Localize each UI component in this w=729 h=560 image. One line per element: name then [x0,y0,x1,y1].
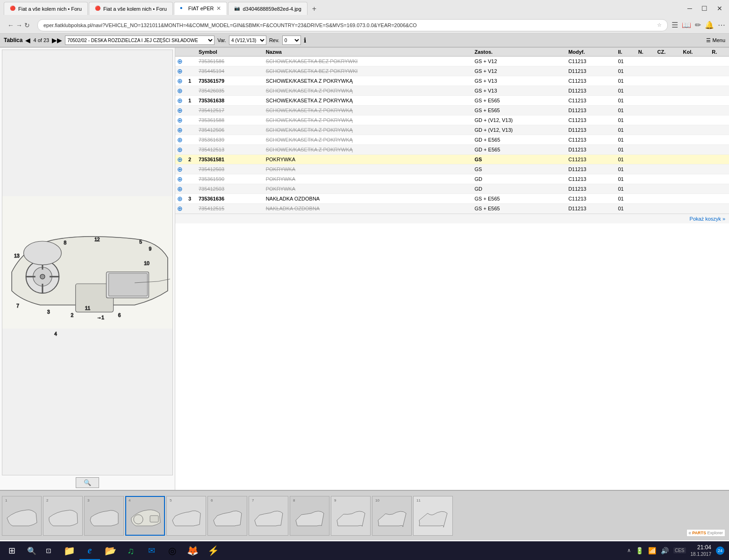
search-button-taskbar[interactable]: 🔍 [23,541,40,560]
bell-icon[interactable]: 🔔 [705,21,714,29]
part-num [186,66,196,76]
cart-link[interactable]: Pokaż koszyk » [690,216,725,222]
thumbnail[interactable]: 3 [84,496,124,536]
thumbnail[interactable]: 4 [125,496,165,536]
add-btn[interactable]: ⊕ [175,155,186,165]
table-row[interactable]: ⊕ 735412515 NAKŁADKA OZDOBNA GS + E565 D… [175,204,729,214]
svg-text:13: 13 [14,253,20,258]
nav-prev[interactable]: ◀ [25,36,30,44]
note-icon[interactable]: ✏ [695,21,701,29]
diagram-dropdown[interactable]: 70502/02 - DESKA ROZDZIELCZA I JEJ CZĘŚC… [65,36,214,45]
refresh-button[interactable]: ↻ [24,22,30,29]
back-button[interactable]: ← [7,22,14,29]
close-button[interactable]: ✕ [714,4,725,13]
part-modyf: C11213 [565,57,616,66]
add-btn[interactable]: ⊕ [175,204,186,214]
table-row[interactable]: ⊕ 735361639 SCHOWEK/KASETKA Z POKRYWKĄ G… [175,135,729,145]
notification-count[interactable]: 24 [716,546,724,555]
table-row[interactable]: ⊕ 1 735361579 SCHOWEK/KASETKA Z POKRYWKĄ… [175,76,729,86]
add-btn[interactable]: ⊕ [175,184,186,194]
part-modyf: D11213 [565,184,616,194]
taskbar-app-chrome[interactable]: ◎ [162,541,182,560]
col-num [186,48,196,57]
add-btn[interactable]: ⊕ [175,96,186,106]
battery-icon: 🔋 [636,547,643,554]
add-btn[interactable]: ⊕ [175,194,186,204]
search-button[interactable]: 🔍 [76,477,99,488]
table-row[interactable]: ⊕ 3 735361636 NAKŁADKA OZDOBNA GS + E565… [175,194,729,204]
col-cz: CZ. [655,48,681,57]
table-row[interactable]: ⊕ 735361588 SCHOWEK/KASETKA Z POKRYWKĄ G… [175,115,729,125]
info-icon[interactable]: ℹ [304,36,306,44]
table-row[interactable]: ⊕ 2 735361581 POKRYWKA GS C11213 01 [175,155,729,165]
address-bar[interactable]: eper.fiatklubpolska.pl/navi?VEHICLE_NO=1… [37,19,668,31]
add-btn[interactable]: ⊕ [175,106,186,115]
table-row[interactable]: ⊕ 735445194 SCHOWEK/KASETKA BEZ POKRYWKI… [175,66,729,76]
thumbnail[interactable]: 6 [207,496,247,536]
taskbar-app-spotify[interactable]: ♫ [121,541,141,560]
add-btn[interactable]: ⊕ [175,125,186,135]
table-row[interactable]: ⊕ 735412503 POKRYWKA GD D11213 01 [175,184,729,194]
table-row[interactable]: ⊕ 735412513 SCHOWEK/KASETKA Z POKRYWKĄ G… [175,145,729,155]
system-tray-up[interactable]: ∧ [627,547,631,553]
add-btn[interactable]: ⊕ [175,115,186,125]
parts-table-area[interactable]: Symbol Nazwa Zastos. Modyf. Il. N. CZ. K… [175,48,729,490]
taskbar-app-outlook[interactable]: ✉ [141,541,162,560]
rev-dropdown[interactable]: 0 [282,36,301,45]
thumbnail[interactable]: 2 [43,496,83,536]
table-row[interactable]: ⊕ 735361586 SCHOWEK/KASETKA BEZ POKRYWKI… [175,57,729,66]
add-btn[interactable]: ⊕ [175,57,186,66]
add-btn[interactable]: ⊕ [175,135,186,145]
part-symbol: 735361588 [196,115,263,125]
favorite-icon[interactable]: ☆ [657,22,662,28]
task-view-button[interactable]: ⊡ [40,541,57,560]
browser-tab-1[interactable]: 🔴 Fiat a vše kolem nich • Foru [4,2,88,15]
minimize-button[interactable]: ─ [685,4,695,13]
add-btn[interactable]: ⊕ [175,145,186,155]
table-row[interactable]: ⊕ 735412503 POKRYWKA GS D11213 01 [175,165,729,174]
hub-icon[interactable]: ☰ [672,21,678,29]
thumbnail[interactable]: 5 [166,496,206,536]
more-icon[interactable]: ⋯ [718,21,725,29]
browser-tab-4[interactable]: 📷 d3404688859e82ed-4.jpg [228,2,307,15]
browser-tab-2[interactable]: 🔴 Fiat a vše kolem nich • Foru [89,2,173,15]
nav-next[interactable]: ▶▶ [52,36,62,44]
table-row[interactable]: ⊕ 735361590 POKRYWKA GD C11213 01 [175,174,729,184]
table-row[interactable]: ⊕ 1 735361638 SCHOWEK/KASETKA Z POKRYWKĄ… [175,96,729,106]
new-tab-button[interactable]: + [308,3,320,15]
add-btn[interactable]: ⊕ [175,76,186,86]
add-btn[interactable]: ⊕ [175,165,186,174]
table-row[interactable]: ⊕ 735426035 SCHOWEK/KASETKA Z POKRYWKĄ G… [175,86,729,96]
part-symbol: 735361581 [196,155,263,165]
svg-text:3: 3 [87,498,90,503]
taskbar-app-edge[interactable]: e [79,541,100,560]
part-kol [681,165,710,174]
thumbnail[interactable]: 10 [372,496,412,536]
part-nazwa: NAKŁADKA OZDOBNA [263,194,472,204]
add-btn[interactable]: ⊕ [175,86,186,96]
add-btn[interactable]: ⊕ [175,174,186,184]
taskbar-app-misc[interactable]: ⚡ [203,541,223,560]
thumbnail[interactable]: 7 [249,496,288,536]
add-btn[interactable]: ⊕ [175,66,186,76]
taskbar-app-firefox[interactable]: 🦊 [182,541,203,560]
part-num: 2 [186,155,196,165]
thumbnail[interactable]: 9 [331,496,371,536]
read-icon[interactable]: 📖 [682,21,691,29]
thumbnail[interactable]: 8 [290,496,329,536]
tab-close-3[interactable]: ✕ [216,5,221,12]
taskbar-app-files[interactable]: 📂 [100,541,121,560]
var-dropdown[interactable]: 4 (V12,V13) [229,36,266,45]
thumbnail[interactable]: 11 [413,496,453,536]
table-row[interactable]: ⊕ 735412517 SCHOWEK/KASETKA Z POKRYWKĄ G… [175,106,729,115]
menu-link[interactable]: ☰ Menu [706,37,725,43]
maximize-button[interactable]: ☐ [699,4,710,13]
thumbnail[interactable]: 1 [2,496,42,536]
start-button[interactable]: ⊞ [0,541,23,560]
forward-button[interactable]: → [16,22,22,29]
table-row[interactable]: ⊕ 735412506 SCHOWEK/KASETKA Z POKRYWKĄ G… [175,125,729,135]
part-num [186,165,196,174]
browser-tab-3[interactable]: ● FIAT ePER ✕ [174,2,228,15]
taskbar-app-explorer[interactable]: 📁 [59,541,79,560]
part-cz [655,125,681,135]
